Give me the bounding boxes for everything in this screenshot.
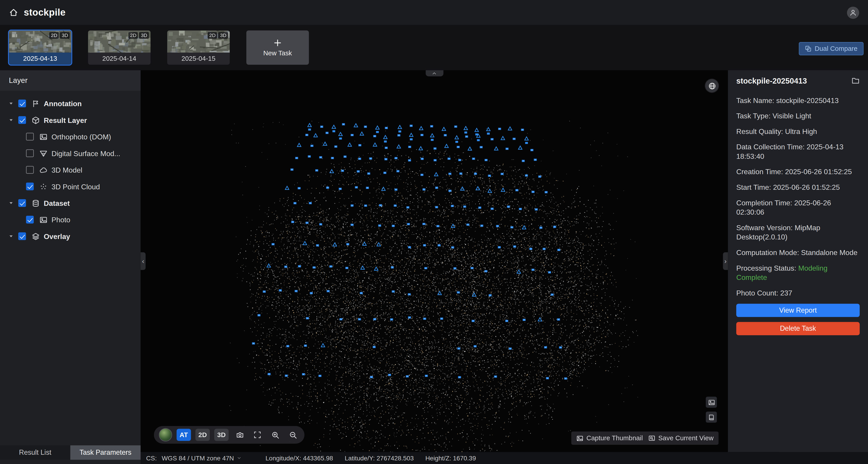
- task-card-2025-04-13[interactable]: 2D3D2025-04-13: [9, 31, 71, 65]
- viewer-collapse-button[interactable]: [426, 70, 443, 76]
- task-card-2025-04-14[interactable]: 2D3D2025-04-14: [88, 31, 151, 65]
- capture-thumbnail-button[interactable]: Capture Thumbnail: [577, 434, 643, 442]
- twisty-down-icon: [8, 233, 14, 239]
- caret-down-icon: [237, 456, 241, 460]
- layer-item-orthophoto-dom[interactable]: Orthophoto (DOM): [0, 128, 141, 145]
- delete-task-button[interactable]: Delete Task: [736, 322, 860, 335]
- plus-icon: [273, 38, 282, 48]
- task-date: 2025-04-15: [167, 53, 230, 65]
- camera-icon: [236, 431, 244, 439]
- view-report-button[interactable]: View Report: [736, 304, 860, 317]
- field-processing-status: Processing Status: Modeling Complete: [736, 263, 860, 282]
- expand-toggle[interactable]: [7, 200, 15, 206]
- checkbox-photo[interactable]: [26, 216, 34, 224]
- zoom-in-button[interactable]: [269, 429, 282, 441]
- save-current-view-button[interactable]: Save Current View: [648, 434, 714, 442]
- flag-icon: [31, 99, 40, 108]
- field-task-name: Task Name: stockpile-20250413: [736, 96, 860, 105]
- layer-item-photo[interactable]: Photo: [0, 211, 141, 228]
- checkbox-dataset[interactable]: [18, 199, 26, 207]
- home-icon: [9, 8, 18, 17]
- flag-icon: [31, 99, 39, 108]
- task-card-2025-04-15[interactable]: 2D3D2025-04-15: [167, 31, 230, 65]
- mode-button-2d[interactable]: 2D: [195, 429, 210, 441]
- layer-item-result-layer[interactable]: Result Layer: [0, 112, 141, 128]
- badge-2d: 2D: [49, 32, 59, 39]
- layer-label: 3D Model: [52, 166, 82, 174]
- tab-task-parameters[interactable]: Task Parameters: [70, 445, 141, 460]
- checkbox-result-layer[interactable]: [18, 116, 26, 124]
- badge-3d: 3D: [60, 32, 70, 39]
- layer-label: Digital Surface Mod...: [52, 149, 120, 158]
- expand-toggle[interactable]: [7, 233, 15, 239]
- zoom-out-button[interactable]: [286, 429, 300, 441]
- dual-compare-button[interactable]: Dual Compare: [799, 42, 864, 55]
- layer-sidebar: Layer AnnotationResult LayerOrthophoto (…: [0, 70, 141, 464]
- task-date: 2025-04-14: [88, 53, 151, 65]
- layer-item-digital-surface-mod[interactable]: Digital Surface Mod...: [0, 145, 141, 162]
- layer-item-3d-model[interactable]: 3D Model: [0, 162, 141, 178]
- minimap-button[interactable]: [706, 397, 717, 408]
- mode-button-3d[interactable]: 3D: [214, 429, 229, 441]
- checkbox-3d-model[interactable]: [26, 166, 34, 174]
- basemap-thumbnail-button[interactable]: [159, 428, 172, 442]
- user-icon: [849, 8, 857, 16]
- pointcloud-icon: [39, 182, 48, 191]
- folder-icon[interactable]: [851, 76, 860, 85]
- task-badges: 2D3D: [49, 32, 70, 39]
- checkbox-annotation[interactable]: [18, 100, 26, 107]
- basemap-globe-button[interactable]: [705, 79, 719, 92]
- frame-select-button[interactable]: [251, 429, 264, 441]
- field-completion-time: Completion Time: 2025-06-26 02:30:06: [736, 198, 860, 217]
- expand-toggle[interactable]: [7, 117, 15, 123]
- layer-label: Photo: [52, 216, 70, 224]
- badge-3d: 3D: [139, 32, 149, 39]
- layer-item-overlay[interactable]: Overlay: [0, 228, 141, 244]
- layer-label: Result Layer: [43, 116, 87, 124]
- layer-label: 3D Point Cloud: [52, 182, 100, 191]
- checkbox-digital-surface-mod[interactable]: [26, 149, 34, 157]
- layer-item-dataset[interactable]: Dataset: [0, 195, 141, 211]
- save-view-icon: [648, 435, 655, 442]
- dataset-icon: [31, 199, 39, 207]
- tab-result-list[interactable]: Result List: [0, 445, 70, 460]
- camera-icon: [236, 431, 244, 439]
- picture-icon: [39, 132, 48, 141]
- expand-toggle[interactable]: [7, 101, 15, 106]
- picture-icon: [577, 435, 584, 442]
- plus-icon: [273, 38, 282, 48]
- screenshot-button[interactable]: [233, 429, 246, 441]
- cube-icon: [31, 116, 39, 124]
- picture-icon: [39, 133, 48, 141]
- caret-down-icon: [237, 456, 241, 460]
- zoom-in-icon: [271, 431, 279, 439]
- checkbox-3d-point-cloud[interactable]: [26, 183, 34, 190]
- dual-compare-label: Dual Compare: [815, 45, 857, 53]
- checkbox-orthophoto-dom[interactable]: [26, 133, 34, 140]
- sidebar-collapse-arrow[interactable]: ‹: [141, 252, 146, 270]
- panel-collapse-arrow[interactable]: ›: [723, 252, 728, 270]
- view-mode-buttons: AT2D3D: [177, 429, 228, 441]
- folder-icon: [851, 76, 860, 85]
- book-icon: [708, 413, 715, 421]
- snapshot-bar: Capture Thumbnail Save Current View: [571, 431, 719, 445]
- compare-icon: [805, 45, 811, 52]
- home-button[interactable]: [9, 8, 18, 17]
- frame-icon: [254, 431, 261, 439]
- point-cloud-viewport[interactable]: [141, 70, 728, 452]
- layer-item-3d-point-cloud[interactable]: 3D Point Cloud: [0, 178, 141, 195]
- field-start-time: Start Time: 2025-06-26 01:52:25: [736, 183, 860, 192]
- viewer-side-buttons: [706, 397, 717, 423]
- picture-icon: [708, 398, 715, 406]
- field-task-type: Task Type: Visible Light: [736, 111, 860, 121]
- user-avatar[interactable]: [847, 6, 859, 19]
- layer-item-annotation[interactable]: Annotation: [0, 95, 141, 111]
- layers-panel-button[interactable]: [706, 411, 717, 423]
- viewer-3d: ‹ › AT2D3D Capture Thumbnail Save Curren…: [141, 70, 728, 452]
- status-bar: CS: WGS 84 / UTM zone 47N Longitude/X: 4…: [141, 452, 868, 464]
- checkbox-overlay[interactable]: [18, 232, 26, 240]
- new-task-button[interactable]: New Task: [246, 31, 309, 65]
- task-detail-title: stockpile-20250413: [736, 76, 807, 85]
- cs-selector[interactable]: WGS 84 / UTM zone 47N: [162, 455, 241, 461]
- mode-button-at[interactable]: AT: [177, 429, 191, 441]
